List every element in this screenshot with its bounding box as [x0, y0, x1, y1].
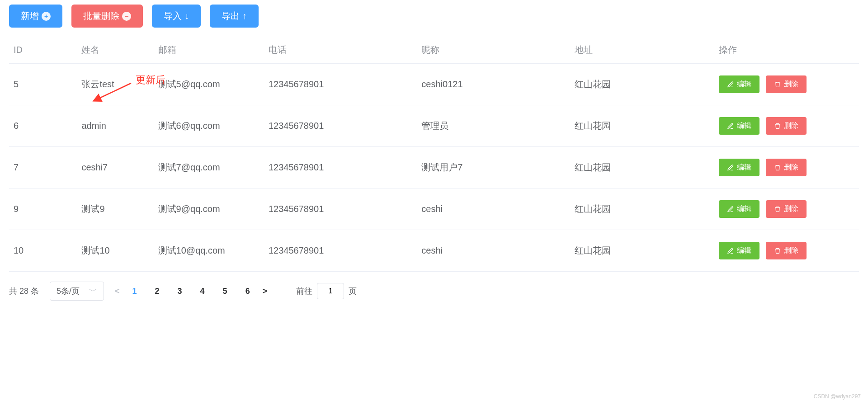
goto-prefix: 前往 — [296, 286, 312, 297]
download-arrow-icon: ↓ — [184, 11, 189, 21]
cell-email: 测试5@qq.com — [154, 64, 264, 105]
col-header-nickname: 昵称 — [417, 37, 570, 64]
trash-icon — [774, 206, 781, 213]
cell-email: 测试6@qq.com — [154, 105, 264, 147]
delete-button[interactable]: 删除 — [766, 200, 807, 218]
cell-name: 张云test — [77, 64, 153, 105]
cell-nickname: 测试用户7 — [417, 147, 570, 188]
pagination: 共 28 条 5条/页 ﹀ < 123456 > 前往 页 — [9, 282, 859, 301]
edit-button-label: 编辑 — [737, 246, 751, 255]
table-header-row: ID 姓名 邮箱 电话 昵称 地址 操作 — [9, 37, 859, 64]
table-row: 10测试10测试10@qq.com12345678901ceshi红山花园编辑删… — [9, 230, 859, 272]
delete-button[interactable]: 删除 — [766, 159, 807, 176]
pager-list: < 123456 > — [115, 287, 267, 296]
add-button[interactable]: 新增 — [9, 5, 62, 28]
cell-id: 6 — [9, 105, 77, 147]
export-button-label: 导出 — [222, 10, 240, 22]
edit-button[interactable]: 编辑 — [719, 159, 760, 176]
pager-page-4[interactable]: 4 — [200, 287, 205, 296]
cell-ops: 编辑删除 — [714, 64, 859, 105]
trash-icon — [774, 122, 781, 130]
table-row: 7ceshi7测试7@qq.com12345678901测试用户7红山花园编辑删… — [9, 147, 859, 188]
delete-button-label: 删除 — [784, 204, 798, 214]
edit-icon — [727, 247, 734, 254]
delete-button-label: 删除 — [784, 121, 798, 131]
table-row: 5张云test测试5@qq.com12345678901ceshi0121红山花… — [9, 64, 859, 105]
pager-page-5[interactable]: 5 — [223, 287, 227, 296]
delete-button[interactable]: 删除 — [766, 117, 807, 135]
import-button[interactable]: 导入 ↓ — [152, 5, 201, 28]
table-row: 6admin测试6@qq.com12345678901管理员红山花园编辑删除 — [9, 105, 859, 147]
batch-delete-button[interactable]: 批量删除 — [71, 5, 143, 28]
page-size-select[interactable]: 5条/页 ﹀ — [50, 282, 104, 301]
cell-phone: 12345678901 — [264, 105, 417, 147]
cell-ops: 编辑删除 — [714, 147, 859, 188]
edit-button[interactable]: 编辑 — [719, 242, 760, 259]
cell-id: 5 — [9, 64, 77, 105]
pager-page-6[interactable]: 6 — [245, 287, 250, 296]
col-header-email: 邮箱 — [154, 37, 264, 64]
cell-name: 测试10 — [77, 230, 153, 272]
cell-email: 测试9@qq.com — [154, 188, 264, 230]
edit-button-label: 编辑 — [737, 163, 751, 172]
import-button-label: 导入 — [164, 10, 182, 22]
cell-address: 红山花园 — [570, 230, 715, 272]
table-row: 9测试9测试9@qq.com12345678901ceshi红山花园编辑删除 — [9, 188, 859, 230]
edit-button[interactable]: 编辑 — [719, 75, 760, 93]
pager-page-1[interactable]: 1 — [132, 287, 137, 296]
delete-button[interactable]: 删除 — [766, 75, 807, 93]
delete-button-label: 删除 — [784, 163, 798, 172]
trash-icon — [774, 247, 781, 254]
cell-name: ceshi7 — [77, 147, 153, 188]
cell-phone: 12345678901 — [264, 230, 417, 272]
cell-nickname: ceshi0121 — [417, 64, 570, 105]
pager-prev-button[interactable]: < — [115, 287, 120, 296]
pagination-goto: 前往 页 — [296, 283, 357, 299]
upload-arrow-icon: ↑ — [242, 11, 247, 21]
trash-icon — [774, 164, 781, 171]
pager-next-button[interactable]: > — [263, 287, 268, 296]
edit-button[interactable]: 编辑 — [719, 117, 760, 135]
delete-button-label: 删除 — [784, 246, 798, 255]
cell-nickname: ceshi — [417, 188, 570, 230]
col-header-phone: 电话 — [264, 37, 417, 64]
cell-id: 9 — [9, 188, 77, 230]
edit-button[interactable]: 编辑 — [719, 200, 760, 218]
cell-ops: 编辑删除 — [714, 105, 859, 147]
cell-email: 测试7@qq.com — [154, 147, 264, 188]
cell-id: 10 — [9, 230, 77, 272]
cell-phone: 12345678901 — [264, 147, 417, 188]
col-header-name: 姓名 — [77, 37, 153, 64]
batch-delete-button-label: 批量删除 — [83, 10, 119, 22]
edit-button-label: 编辑 — [737, 121, 751, 131]
cell-address: 红山花园 — [570, 147, 715, 188]
delete-button-label: 删除 — [784, 80, 798, 89]
cell-id: 7 — [9, 147, 77, 188]
cell-phone: 12345678901 — [264, 64, 417, 105]
export-button[interactable]: 导出 ↑ — [210, 5, 259, 28]
chevron-down-icon: ﹀ — [89, 286, 97, 297]
col-header-ops: 操作 — [714, 37, 859, 64]
edit-button-label: 编辑 — [737, 204, 751, 214]
cell-nickname: 管理员 — [417, 105, 570, 147]
cell-nickname: ceshi — [417, 230, 570, 272]
edit-icon — [727, 206, 734, 213]
cell-email: 测试10@qq.com — [154, 230, 264, 272]
toolbar: 新增 批量删除 导入 ↓ 导出 ↑ — [9, 5, 859, 28]
cell-ops: 编辑删除 — [714, 188, 859, 230]
edit-icon — [727, 81, 734, 88]
trash-icon — [774, 81, 781, 88]
pager-page-3[interactable]: 3 — [178, 287, 182, 296]
delete-button[interactable]: 删除 — [766, 242, 807, 259]
pagination-total: 共 28 条 — [9, 286, 39, 297]
minus-circle-icon — [122, 12, 131, 21]
cell-phone: 12345678901 — [264, 188, 417, 230]
cell-address: 红山花园 — [570, 105, 715, 147]
pager-page-2[interactable]: 2 — [155, 287, 160, 296]
edit-button-label: 编辑 — [737, 80, 751, 89]
goto-page-input[interactable] — [317, 283, 344, 299]
cell-name: admin — [77, 105, 153, 147]
cell-name: 测试9 — [77, 188, 153, 230]
goto-suffix: 页 — [349, 286, 357, 297]
cell-address: 红山花园 — [570, 188, 715, 230]
